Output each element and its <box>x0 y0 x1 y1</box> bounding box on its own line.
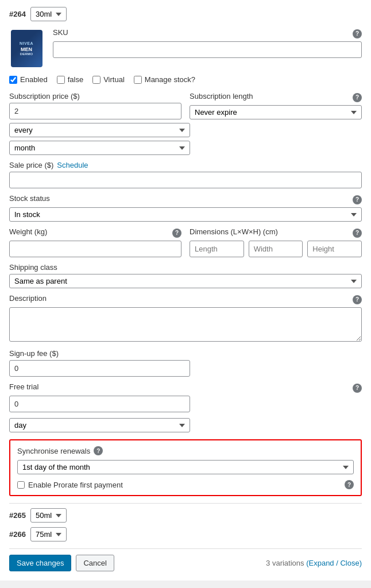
description-label: Description <box>9 294 47 303</box>
sku-input[interactable] <box>53 41 362 58</box>
sale-price-label: Sale price ($) <box>9 161 53 169</box>
free-trial-label: Free trial <box>9 382 38 391</box>
expand-close-link[interactable]: (Expand / Close) <box>306 559 362 567</box>
prorate-help-icon[interactable]: ? <box>345 480 354 489</box>
sync-renewals-select[interactable]: 1st day of the month Don't synchronise 1… <box>17 460 354 474</box>
subscription-length-select[interactable]: Never expire 1 month 3 months 6 months 1… <box>190 105 362 119</box>
width-input[interactable] <box>249 241 303 257</box>
cancel-button[interactable]: Cancel <box>76 555 114 571</box>
free-trial-input[interactable] <box>9 396 190 412</box>
downloadable-label: false <box>68 75 83 84</box>
subscription-price-input[interactable] <box>9 103 181 119</box>
sync-renewals-section: Synchronise renewals ? 1st day of the mo… <box>9 439 362 496</box>
product-image: NIVEA MEN DERMO <box>9 28 44 68</box>
enabled-checkbox[interactable] <box>9 76 17 84</box>
length-input[interactable] <box>190 241 244 257</box>
variation-size-select-264[interactable]: 30ml 50ml 75ml <box>30 7 67 21</box>
sync-renewals-help-icon[interactable]: ? <box>94 446 103 455</box>
free-trial-period-select[interactable]: day week month year <box>9 418 190 432</box>
variation-id: #264 <box>9 10 26 18</box>
variation-size-select-266[interactable]: 30ml 50ml 75ml <box>30 527 67 541</box>
description-help-icon[interactable]: ? <box>353 295 362 304</box>
shipping-class-select[interactable]: Same as parent No shipping class <box>9 274 362 288</box>
weight-help-icon[interactable]: ? <box>172 229 181 238</box>
enabled-label: Enabled <box>20 75 48 84</box>
manage-stock-checkbox-item[interactable]: Manage stock? <box>134 75 195 84</box>
stock-status-label: Stock status <box>9 194 50 203</box>
downloadable-checkbox[interactable] <box>57 76 65 84</box>
weight-input[interactable] <box>9 241 181 257</box>
enabled-checkbox-item[interactable]: Enabled <box>9 75 48 84</box>
save-button[interactable]: Save changes <box>9 555 71 571</box>
downloadable-checkbox-item[interactable]: false <box>57 75 83 84</box>
virtual-checkbox[interactable] <box>92 76 101 84</box>
variation-265: #265 30ml 50ml 75ml <box>9 508 362 523</box>
footer: Save changes Cancel 3 variations (Expand… <box>9 548 362 574</box>
sub-length-help-icon[interactable]: ? <box>353 93 362 102</box>
variation-size-select-265[interactable]: 30ml 50ml 75ml <box>30 508 67 523</box>
prorate-checkbox[interactable] <box>17 481 25 489</box>
sync-renewals-label: Synchronise renewals <box>17 447 90 455</box>
free-trial-help-icon[interactable]: ? <box>353 384 362 393</box>
virtual-label: Virtual <box>103 75 125 84</box>
sale-price-input[interactable] <box>9 172 362 188</box>
manage-stock-checkbox[interactable] <box>134 76 142 84</box>
variation-265-id: #265 <box>9 511 26 520</box>
every-select[interactable]: every <box>9 123 190 137</box>
manage-stock-label: Manage stock? <box>145 75 195 84</box>
variation-266: #266 30ml 50ml 75ml <box>9 527 362 541</box>
period-select[interactable]: day week month year <box>9 141 190 155</box>
sku-label: SKU <box>53 28 68 37</box>
stock-status-help-icon[interactable]: ? <box>353 195 362 204</box>
dimensions-label: Dimensions (L×W×H) (cm) <box>190 227 278 236</box>
variation-266-id: #266 <box>9 530 26 539</box>
sku-help-icon[interactable]: ? <box>353 29 362 38</box>
variation-264: #264 30ml 50ml 75ml NIVEA MEN DERMO SKU … <box>9 7 362 496</box>
signup-fee-input[interactable] <box>9 360 190 377</box>
prorate-label: Enable Prorate first payment <box>28 481 123 489</box>
height-input[interactable] <box>307 241 362 257</box>
sub-length-label: Subscription length <box>190 92 253 100</box>
shipping-class-label: Shipping class <box>9 263 362 272</box>
sub-price-label: Subscription price ($) <box>9 92 181 100</box>
weight-label: Weight (kg) <box>9 227 47 236</box>
schedule-link[interactable]: Schedule <box>57 161 88 169</box>
variations-count: 3 variations (Expand / Close) <box>266 559 362 567</box>
description-textarea[interactable] <box>9 307 362 342</box>
dimensions-help-icon[interactable]: ? <box>353 229 362 238</box>
signup-fee-label: Sign-up fee ($) <box>9 349 362 358</box>
virtual-checkbox-item[interactable]: Virtual <box>92 75 125 84</box>
stock-status-select[interactable]: In stock Out of stock On backorder <box>9 207 362 222</box>
